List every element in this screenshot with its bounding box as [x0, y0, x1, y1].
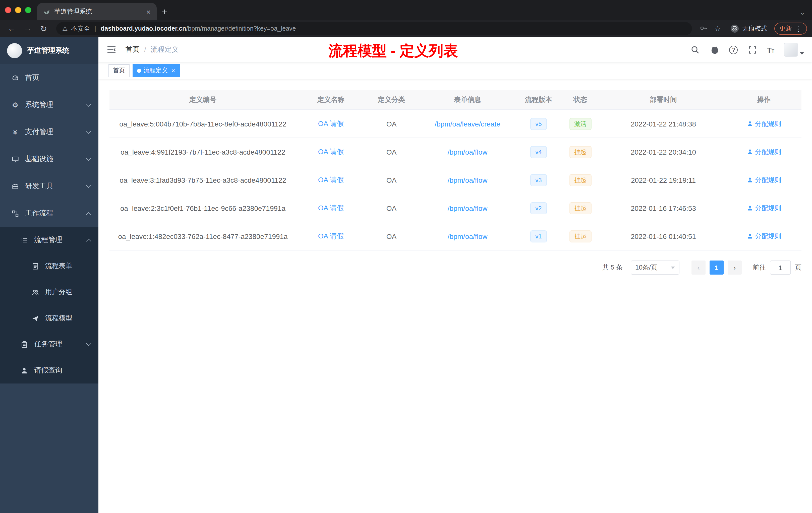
goto-page-input[interactable]: [770, 261, 791, 275]
back-button[interactable]: ←: [5, 22, 18, 35]
browser-tab[interactable]: 芋道管理系统 ×: [37, 3, 157, 20]
definition-name-link[interactable]: OA 请假: [318, 147, 344, 155]
sidebar-item-devtools[interactable]: 研发工具: [0, 173, 98, 200]
pagination-total: 共 5 条: [602, 263, 623, 272]
sidebar-item-process-model[interactable]: 流程模型: [0, 305, 98, 331]
chevron-down-icon: [86, 183, 91, 188]
sidebar-item-process-management[interactable]: 流程管理: [0, 227, 98, 253]
sidebar-item-leave-query[interactable]: 请假查询: [0, 357, 98, 384]
font-size-icon[interactable]: TT: [767, 46, 774, 54]
status-tag: 挂起: [569, 146, 591, 158]
list-icon: [20, 236, 28, 244]
form-info-link[interactable]: /bpm/oa/flow: [448, 176, 488, 184]
assign-rule-link[interactable]: 分配规则: [747, 119, 781, 128]
goto-label: 前往: [753, 263, 766, 272]
table-row: oa_leave:4:991f2193-7b7f-11ec-a3c8-acde4…: [110, 138, 802, 166]
sidebar-item-infrastructure[interactable]: 基础设施: [0, 146, 98, 173]
maximize-window-button[interactable]: [25, 7, 31, 13]
fullscreen-icon[interactable]: [748, 45, 757, 55]
workflow-submenu: 流程管理 流程表单 用户分组 流程模型 任务管理: [0, 227, 98, 384]
definition-name-link[interactable]: OA 请假: [318, 175, 344, 183]
table-row: oa_leave:5:004b710b-7b8a-11ec-8ef0-acde4…: [110, 110, 802, 138]
document-icon: [31, 262, 39, 270]
person-icon: [20, 366, 28, 374]
sidebar: 芋道管理系统 首页 ⚙ 系统管理 ¥ 支付管理 基础设施: [0, 37, 98, 513]
assign-rule-link[interactable]: 分配规则: [747, 147, 781, 156]
bookmark-star-icon[interactable]: ☆: [712, 25, 723, 33]
new-tab-button[interactable]: +: [162, 7, 167, 17]
next-page-button[interactable]: ›: [728, 261, 742, 275]
definition-name-link[interactable]: OA 请假: [318, 232, 344, 240]
yen-icon: ¥: [11, 128, 19, 136]
version-tag: v4: [530, 146, 547, 158]
page-number-1[interactable]: 1: [709, 261, 724, 275]
prev-page-button[interactable]: ‹: [692, 261, 705, 275]
sidebar-item-user-group[interactable]: 用户分组: [0, 279, 98, 305]
tab-search-chevron-icon[interactable]: ⌄: [800, 9, 805, 16]
col-form-info: 表单信息: [417, 95, 518, 104]
page-size-select[interactable]: 10条/页: [631, 261, 679, 275]
cell-definition-id: oa_leave:5:004b710b-7b8a-11ec-8ef0-acde4…: [110, 120, 296, 128]
assign-rule-link[interactable]: 分配规则: [747, 175, 781, 184]
cell-definition-id: oa_leave:1:482ec033-762a-11ec-8477-a2380…: [110, 232, 296, 240]
tag-home[interactable]: 首页: [109, 64, 129, 77]
definition-name-link[interactable]: OA 请假: [318, 204, 344, 212]
page-unit-label: 页: [795, 263, 802, 272]
tab-close-icon[interactable]: ×: [144, 7, 153, 16]
close-window-button[interactable]: [5, 7, 11, 13]
tag-close-icon[interactable]: ×: [171, 67, 175, 74]
cell-deploy-time: 2022-01-16 01:40:51: [601, 232, 726, 240]
browser-chrome: 芋道管理系统 × + ⌄ ← → ↻ ⚠ 不安全 | dashboard.yud…: [0, 0, 812, 37]
github-icon[interactable]: [710, 45, 720, 55]
sidebar-item-process-form[interactable]: 流程表单: [0, 253, 98, 279]
url-path: /bpm/manager/definition?key=oa_leave: [186, 25, 296, 32]
cell-deploy-time: 2022-01-16 17:46:53: [601, 204, 726, 212]
table-header: 定义编号 定义名称 定义分类 表单信息 流程版本 状态 部署时间 操作: [110, 90, 802, 110]
form-info-link[interactable]: /bpm/oa/leave/create: [435, 120, 500, 128]
user-menu[interactable]: [784, 43, 804, 57]
incognito-icon: [730, 24, 739, 33]
toolbox-icon: [11, 182, 19, 190]
site-favicon: [43, 8, 50, 15]
form-info-link[interactable]: /bpm/oa/flow: [448, 232, 488, 240]
reload-button[interactable]: ↻: [37, 22, 50, 35]
app-logo[interactable]: 芋道管理系统: [0, 37, 98, 64]
version-tag: v1: [530, 230, 547, 242]
status-tag: 激活: [569, 118, 591, 130]
breadcrumb-home[interactable]: 首页: [125, 45, 140, 54]
assign-rule-link[interactable]: 分配规则: [747, 204, 781, 213]
sidebar-item-task-management[interactable]: 任务管理: [0, 331, 98, 357]
breadcrumb-current: 流程定义: [151, 45, 179, 54]
page-content: 定义编号 定义名称 定义分类 表单信息 流程版本 状态 部署时间 操作 oa_l…: [98, 79, 812, 513]
monitor-icon: [11, 155, 19, 163]
minimize-window-button[interactable]: [15, 7, 21, 13]
forward-button[interactable]: →: [21, 22, 34, 35]
col-definition-name: 定义名称: [296, 95, 366, 104]
search-icon[interactable]: [690, 45, 700, 55]
assign-rule-link[interactable]: 分配规则: [747, 232, 781, 241]
sidebar-item-home[interactable]: 首页: [0, 64, 98, 91]
sidebar-collapse-icon[interactable]: [107, 45, 116, 55]
chevron-down-icon: [86, 341, 91, 346]
cell-category: OA: [366, 148, 417, 156]
browser-toolbar: ← → ↻ ⚠ 不安全 | dashboard.yudao.iocoder.cn…: [0, 20, 812, 37]
sidebar-item-system[interactable]: ⚙ 系统管理: [0, 91, 98, 118]
form-info-link[interactable]: /bpm/oa/flow: [448, 148, 488, 156]
col-operations: 操作: [726, 90, 802, 110]
status-tag: 挂起: [569, 230, 591, 242]
help-icon[interactable]: ?: [729, 46, 738, 54]
form-info-link[interactable]: /bpm/oa/flow: [448, 204, 488, 212]
password-key-icon[interactable]: [698, 24, 709, 33]
security-label: 不安全: [71, 24, 90, 33]
browser-update-button[interactable]: 更新 ⋮: [774, 23, 807, 35]
sidebar-item-workflow[interactable]: 工作流程: [0, 200, 98, 227]
browser-menu-icon[interactable]: ⋮: [795, 25, 802, 32]
cell-deploy-time: 2022-01-22 20:34:10: [601, 148, 726, 156]
address-bar[interactable]: ⚠ 不安全 | dashboard.yudao.iocoder.cn/bpm/m…: [56, 22, 692, 35]
window-controls: [0, 0, 37, 20]
tag-process-definition[interactable]: 流程定义 ×: [133, 64, 179, 77]
definition-name-link[interactable]: OA 请假: [318, 119, 344, 127]
col-version: 流程版本: [518, 95, 559, 104]
sidebar-item-payment[interactable]: ¥ 支付管理: [0, 118, 98, 146]
chevron-down-icon: [671, 266, 675, 269]
